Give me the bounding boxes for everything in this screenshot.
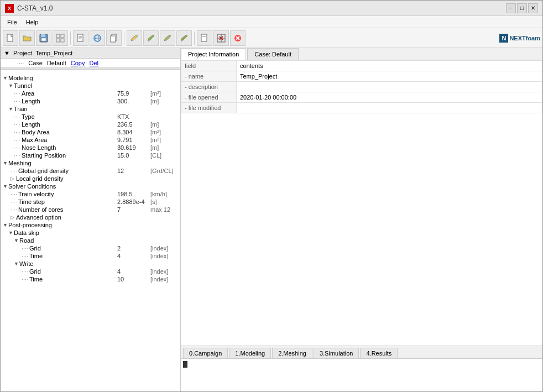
train-length-row: ···· Length 236.5 [m] — [1, 121, 180, 128]
train-body-area-row: ···· Body Area 8.304 [m²] — [1, 128, 180, 136]
advanced-option-label: Advanced option — [16, 214, 178, 221]
local-grid-toggle[interactable]: ▷ — [11, 176, 16, 181]
table-row: - file opened 2020-01-20 00:00:00 — [181, 92, 542, 103]
project-name: Temp_Project — [35, 50, 72, 56]
cancel-button[interactable] — [230, 30, 246, 46]
tunnel-header[interactable]: ▼ Tunnel — [1, 82, 180, 90]
table-row: - name Temp_Project — [181, 71, 542, 82]
pencil1-button[interactable] — [127, 30, 142, 46]
write-time-unit: [index] — [150, 276, 178, 283]
minimize-button[interactable]: − — [506, 3, 516, 13]
time-step-value: 2.8889e-4 — [117, 198, 150, 205]
train-nose-length-value: 30.619 — [117, 144, 150, 151]
tab-results[interactable]: 4.Results — [360, 348, 398, 358]
data-skip-header[interactable]: ▼ Data skip — [1, 229, 180, 237]
road-grid-row: ···· Grid 2 [index] — [1, 244, 180, 252]
write-time-label: Time — [29, 276, 117, 283]
row-field-name: - name — [181, 71, 237, 82]
del-link[interactable]: Del — [89, 60, 98, 66]
time-step-row: ···· Time step 2.8889e-4 [s] — [1, 198, 180, 206]
road-time-value: 4 — [117, 253, 150, 259]
svg-marker-21 — [164, 35, 171, 40]
write-header[interactable]: ▼ Write — [1, 260, 180, 268]
menu-help[interactable]: Help — [22, 18, 43, 27]
sep2 — [124, 32, 124, 45]
tab-modeling[interactable]: 1.Modeling — [229, 348, 271, 358]
data-skip-toggle[interactable]: ▼ — [8, 230, 14, 236]
svg-rect-16 — [111, 36, 116, 42]
solver-toggle[interactable]: ▼ — [3, 184, 8, 189]
svg-rect-2 — [41, 34, 45, 37]
expand-icon[interactable]: ▼ — [4, 50, 10, 56]
train-toggle[interactable]: ▼ — [8, 106, 14, 112]
num-cores-unit: max 12 — [150, 206, 178, 213]
maximize-button[interactable]: □ — [517, 3, 527, 13]
modeling-toggle[interactable]: ▼ — [3, 75, 8, 81]
globe-button[interactable] — [90, 30, 105, 46]
local-grid-row[interactable]: ▷ Local grid density — [1, 175, 180, 182]
pencil4-button[interactable] — [176, 30, 192, 46]
meshing-header[interactable]: ▼ Meshing — [1, 159, 180, 167]
pencil2-button[interactable] — [143, 30, 159, 46]
copy-link[interactable]: Copy — [71, 60, 85, 66]
table-header-contents: contents — [237, 61, 542, 71]
train-length-label: Length — [22, 121, 117, 128]
train-starting-pos-value: 15.0 — [117, 152, 150, 159]
grid-button[interactable] — [53, 30, 68, 46]
global-grid-row: ···· Global grid density 12 [Grd/CL] — [1, 167, 180, 175]
doc2-button[interactable] — [197, 30, 212, 46]
train-length-value: 236.5 — [117, 121, 150, 128]
tunnel-length-value: 300. — [117, 98, 150, 104]
road-toggle[interactable]: ▼ — [14, 238, 19, 243]
tab-project-info[interactable]: Project Information — [181, 48, 246, 60]
tunnel-area-unit: [m²] — [150, 90, 178, 97]
train-type-label: Type — [22, 113, 117, 120]
road-time-unit: [index] — [150, 253, 178, 259]
case-row: ···· Case Default Copy Del — [1, 59, 180, 67]
pencil3-button[interactable] — [160, 30, 175, 46]
train-starting-pos-unit: [CL] — [150, 152, 178, 159]
main-window: X C-STA_v1.0 − □ ✕ File Help — [0, 0, 543, 392]
solver-header[interactable]: ▼ Solver Conditions — [1, 182, 180, 190]
tab-meshing[interactable]: 2.Meshing — [272, 348, 312, 358]
tab-simulation[interactable]: 3.Simulation — [314, 348, 359, 358]
tunnel-area-label: Area — [22, 90, 117, 97]
write-time-row: ···· Time 10 [index] — [1, 275, 180, 283]
global-grid-unit: [Grd/CL] — [150, 168, 178, 174]
post-processing-header[interactable]: ▼ Post-processing — [1, 221, 180, 229]
open-button[interactable] — [19, 30, 35, 46]
train-velocity-label: Train velocity — [18, 191, 117, 197]
train-starting-pos-row: ···· Starting Position 15.0 [CL] — [1, 151, 180, 159]
train-header[interactable]: ▼ Train — [1, 105, 180, 113]
new-button[interactable] — [3, 30, 18, 46]
train-velocity-unit: [km/h] — [150, 191, 178, 197]
close-button[interactable]: ✕ — [528, 3, 538, 13]
road-header[interactable]: ▼ Road — [1, 237, 180, 244]
advanced-option-toggle[interactable]: ▷ — [11, 215, 16, 220]
grid2-button[interactable] — [213, 30, 229, 46]
doc-button[interactable] — [73, 30, 88, 46]
num-cores-label: Number of cores — [18, 206, 117, 213]
tab-case-default[interactable]: Case: Default — [247, 48, 299, 60]
train-body-area-value: 8.304 — [117, 129, 150, 135]
save-button[interactable] — [36, 30, 51, 46]
svg-marker-23 — [181, 35, 187, 40]
train-nose-length-row: ···· Nose Length 30.619 [m] — [1, 144, 180, 151]
post-processing-toggle[interactable]: ▼ — [3, 222, 8, 228]
menu-file[interactable]: File — [3, 18, 22, 27]
train-velocity-row: ···· Train velocity 198.5 [km/h] — [1, 190, 180, 198]
advanced-option-row[interactable]: ▷ Advanced option — [1, 213, 180, 221]
copy-button[interactable] — [106, 30, 122, 46]
train-nose-length-unit: [m] — [150, 144, 178, 151]
write-toggle[interactable]: ▼ — [14, 261, 19, 266]
tab-campaign[interactable]: 0.Campaign — [183, 348, 228, 358]
tunnel-toggle[interactable]: ▼ — [8, 83, 14, 88]
case-name: Default — [47, 60, 66, 66]
tunnel-length-row: ···· Length 300. [m] — [1, 97, 180, 105]
meshing-toggle[interactable]: ▼ — [3, 160, 8, 166]
row-value-name: Temp_Project — [237, 71, 542, 82]
write-grid-row: ···· Grid 4 [index] — [1, 268, 180, 275]
train-nose-length-label: Nose Length — [22, 144, 117, 151]
road-grid-unit: [index] — [150, 245, 178, 252]
modeling-header[interactable]: ▼ Modeling — [1, 74, 180, 82]
